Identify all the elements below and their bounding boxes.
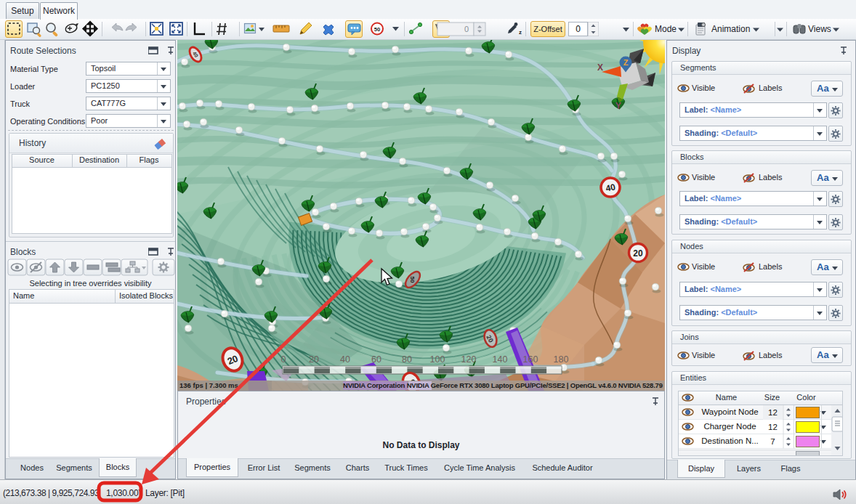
svg-text:120: 120	[461, 354, 477, 365]
svg-text:136 fps | 7.300 ms: 136 fps | 7.300 ms	[179, 381, 238, 389]
svg-text:20: 20	[309, 354, 319, 365]
svg-text:50: 50	[374, 26, 380, 33]
svg-text:60: 60	[371, 354, 381, 365]
svg-text:140: 140	[493, 354, 508, 365]
svg-text:180: 180	[554, 354, 569, 365]
svg-text:Z: Z	[623, 58, 629, 67]
svg-text:20: 20	[633, 248, 643, 259]
svg-text:Animation: Animation	[711, 24, 750, 34]
svg-text:Views: Views	[808, 24, 831, 34]
svg-text:50: 50	[409, 277, 416, 283]
svg-text:80: 80	[402, 354, 412, 365]
svg-text:Y: Y	[615, 101, 621, 111]
svg-text:100: 100	[430, 354, 445, 365]
svg-text:Mode: Mode	[655, 24, 677, 34]
svg-text:X: X	[597, 62, 603, 73]
svg-text:40: 40	[340, 354, 350, 365]
svg-text:z: z	[519, 29, 522, 36]
svg-text:NVIDIA Corporation NVIDIA GeFo: NVIDIA Corporation NVIDIA GeForce RTX 30…	[343, 381, 663, 389]
svg-text:0: 0	[464, 25, 469, 33]
svg-text:160: 160	[523, 354, 538, 365]
svg-text:0: 0	[281, 354, 286, 365]
